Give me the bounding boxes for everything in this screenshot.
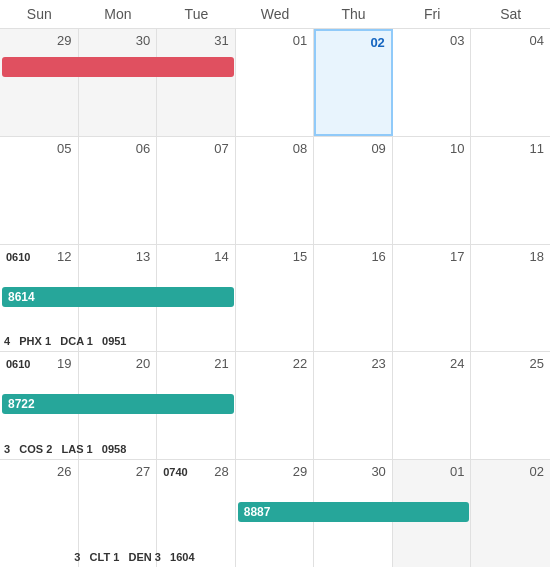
day-03[interactable]: 03 bbox=[393, 29, 472, 136]
event-bar-red[interactable] bbox=[2, 57, 234, 77]
week-row-1: 29 30 31 01 02 03 04 bbox=[0, 29, 550, 137]
header-thu: Thu bbox=[314, 0, 393, 28]
day-07[interactable]: 07 bbox=[157, 137, 236, 244]
week-row-5: 26 27 28 0740 29 30 01 02 8887 bbox=[0, 460, 550, 567]
week3-info: 4 PHX 1 DCA 1 0951 bbox=[0, 335, 550, 347]
day-08[interactable]: 08 bbox=[236, 137, 315, 244]
day-02-today[interactable]: 02 bbox=[314, 29, 393, 136]
day-11[interactable]: 11 bbox=[471, 137, 550, 244]
header-sat: Sat bbox=[471, 0, 550, 28]
day-05[interactable]: 05 bbox=[0, 137, 79, 244]
day-30[interactable]: 30 bbox=[79, 29, 158, 136]
event-bar-8722[interactable]: 8722 bbox=[2, 394, 234, 414]
day-31[interactable]: 31 bbox=[157, 29, 236, 136]
header-tue: Tue bbox=[157, 0, 236, 28]
day-09[interactable]: 09 bbox=[314, 137, 393, 244]
day-06[interactable]: 06 bbox=[79, 137, 158, 244]
header-wed: Wed bbox=[236, 0, 315, 28]
week-row-3: 12 0610 13 14 15 16 17 18 8614 bbox=[0, 245, 550, 353]
event-bar-8887[interactable]: 8887 bbox=[238, 502, 470, 522]
week4-info: 3 COS 2 LAS 1 0958 bbox=[0, 443, 550, 455]
event-bar-8614[interactable]: 8614 bbox=[2, 287, 234, 307]
header-mon: Mon bbox=[79, 0, 158, 28]
calendar: Sun Mon Tue Wed Thu Fri Sat 29 30 31 01 … bbox=[0, 0, 550, 567]
calendar-weeks: 29 30 31 01 02 03 04 bbox=[0, 29, 550, 567]
day-04[interactable]: 04 bbox=[471, 29, 550, 136]
week-row-4: 19 0610 20 21 22 23 24 25 8722 bbox=[0, 352, 550, 460]
week5-info: 3 CLT 1 DEN 3 1604 bbox=[0, 551, 550, 563]
day-01[interactable]: 01 bbox=[236, 29, 315, 136]
week-row-2: 05 06 07 08 09 10 11 bbox=[0, 137, 550, 245]
header-fri: Fri bbox=[393, 0, 472, 28]
day-10[interactable]: 10 bbox=[393, 137, 472, 244]
calendar-header: Sun Mon Tue Wed Thu Fri Sat bbox=[0, 0, 550, 29]
header-sun: Sun bbox=[0, 0, 79, 28]
day-29[interactable]: 29 bbox=[0, 29, 79, 136]
